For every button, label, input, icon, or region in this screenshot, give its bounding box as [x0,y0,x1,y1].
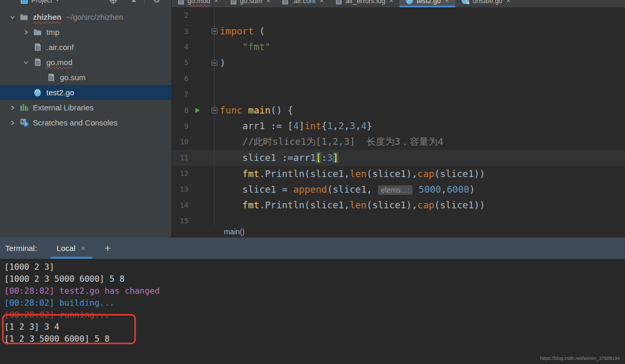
watermark: https://blog.csdn.net/weixin_37509194 [540,356,620,361]
line-number: 7 [172,90,189,98]
close-icon[interactable]: ✕ [389,0,394,4]
gear-icon[interactable]: ⚙ [153,0,160,5]
code-token: Println [265,199,305,210]
code-token: len [349,168,367,179]
close-icon[interactable]: ✕ [81,245,86,252]
chevron-right-icon[interactable] [20,30,32,35]
terminal-output[interactable]: [1000 2 3][1000 2 3 5000 6000] 5 8[00:28… [0,259,625,345]
tree-item-label: External Libraries [33,103,94,112]
code-token: (slice1), [367,168,418,179]
project-panel-title[interactable]: Project [31,0,52,4]
run-icon[interactable] [194,107,201,114]
tree-item-test2-go[interactable]: test2.go [0,85,171,100]
tab-test2-go[interactable]: test2.go✕ [399,0,455,7]
code-text: arr1 := [4]int{1,2,3,4} [215,120,372,131]
gutter [189,197,215,213]
line-number: 10 [172,137,189,146]
tree-item-air-conf[interactable]: .air.conf [0,40,171,55]
file-icon [46,73,56,81]
fold-open-icon[interactable] [211,107,218,114]
code-token [220,41,242,52]
code-line-14[interactable]: 14 fmt.Println(slice1,len(slice1),cap(sl… [172,197,625,213]
gutter [189,55,215,70]
fold-open-icon[interactable] [211,28,218,34]
chevron-down-icon[interactable] [20,60,32,65]
code-line-11[interactable]: 11 slice1 :=arr1[:3] [172,150,625,166]
tree-item-scratches-and-consoles[interactable]: Scratches and Consoles [0,115,171,130]
code-token: { [321,120,327,131]
code-token: 1 [327,120,333,131]
chevron-down-icon[interactable]: ▼ [55,0,59,3]
code-line-3[interactable]: 3import ( [172,23,625,39]
code-line-5[interactable]: 5) [172,55,625,70]
tab-unsafe-go[interactable]: unsafe.go✕ [455,0,517,7]
code-line-2[interactable]: 2 [172,7,625,23]
code-token: , [344,120,349,131]
code-line-8[interactable]: 8func main() { [172,102,625,118]
tree-item-go-mod[interactable]: go.mod [0,55,171,70]
chevron-right-icon[interactable] [6,120,19,125]
terminal-header: Terminal: Local ✕ + [0,237,625,259]
tab-label: go.sum [240,0,262,5]
new-terminal-session-icon[interactable]: + [105,242,111,255]
code-line-7[interactable]: 7 [172,86,625,102]
project-panel-header: Project ▼ ⚙ [0,0,171,7]
code-line-12[interactable]: 12 fmt.Println(slice1,len(slice1),cap(sl… [172,166,625,181]
code-editor[interactable]: 23import (4 "fmt"5)678func main() {9 arr… [172,7,625,237]
tree-item-zhizhen[interactable]: zhizhen~/go/src/zhizhen [0,9,171,24]
code-line-6[interactable]: 6 [172,71,625,86]
project-tree[interactable]: zhizhen~/go/src/zhizhentmp.air.confgo.mo… [0,7,171,130]
close-icon[interactable]: ✕ [319,0,324,4]
folder-icon [19,14,29,21]
code-line-4[interactable]: 4 "fmt" [172,39,625,55]
close-icon[interactable]: ✕ [214,0,218,4]
file-icon [178,0,184,5]
close-icon[interactable]: ✕ [444,0,449,4]
tree-item-tmp[interactable]: tmp [0,24,171,40]
fold-close-icon[interactable] [211,59,218,66]
tab-label: .air.conf [292,0,316,5]
chevron-down-icon[interactable] [6,15,19,20]
line-number: 3 [172,27,189,35]
code-line-13[interactable]: 13 slice1 = append(slice1, elems…: 5000,… [172,181,625,197]
line-number: 12 [172,169,189,178]
collapse-all-icon[interactable] [131,0,137,3]
code-token: ] [299,120,305,131]
code-area[interactable]: 23import (4 "fmt"5)678func main() {9 arr… [172,7,625,226]
locate-file-icon[interactable] [109,0,117,4]
code-line-10[interactable]: 10 //此时slice1为[1,2,3] 长度为3，容量为4 [172,134,625,149]
code-token: fmt [242,199,259,210]
code-text: slice1 = append(slice1, elems…: 5000,600… [215,184,475,195]
tree-item-go-sum[interactable]: go.sum [0,70,171,85]
code-token [220,199,242,210]
file-icon [335,0,342,5]
chevron-right-icon[interactable] [6,105,19,110]
gutter [189,102,215,118]
code-token: int [305,120,322,131]
close-icon[interactable]: ✕ [506,0,511,4]
code-token: , [441,184,447,195]
project-icon [21,0,28,4]
code-line-9[interactable]: 9 arr1 := [4]int{1,2,3,4} [172,118,625,134]
code-token: : [321,152,327,163]
code-token: "fmt" [242,41,270,52]
tab-air-conf[interactable]: .air.conf✕ [276,0,330,7]
code-token: import [220,26,254,36]
close-icon[interactable]: ✕ [266,0,270,4]
code-text: func main() { [215,105,293,116]
toolbar-divider [144,0,145,4]
tab-air-errors-log[interactable]: air_errors.log✕ [330,0,399,7]
code-token: cap [417,199,434,210]
code-text: import ( [215,26,265,36]
code-token: , [333,120,339,131]
code-token [220,168,242,179]
tree-item-external-libraries[interactable]: External Libraries [0,100,171,115]
terminal-tab-label[interactable]: Local [57,244,76,253]
breadcrumb[interactable]: main() [172,226,625,237]
file-icon [230,0,237,5]
tab-go-mod[interactable]: go.mod✕ [172,0,224,7]
tab-label: air_errors.log [345,0,385,5]
tree-item-path-hint: ~/go/src/zhizhen [66,12,123,21]
terminal-tab-local[interactable]: Local ✕ [52,237,91,259]
tab-go-sum[interactable]: go.sum✕ [224,0,277,7]
